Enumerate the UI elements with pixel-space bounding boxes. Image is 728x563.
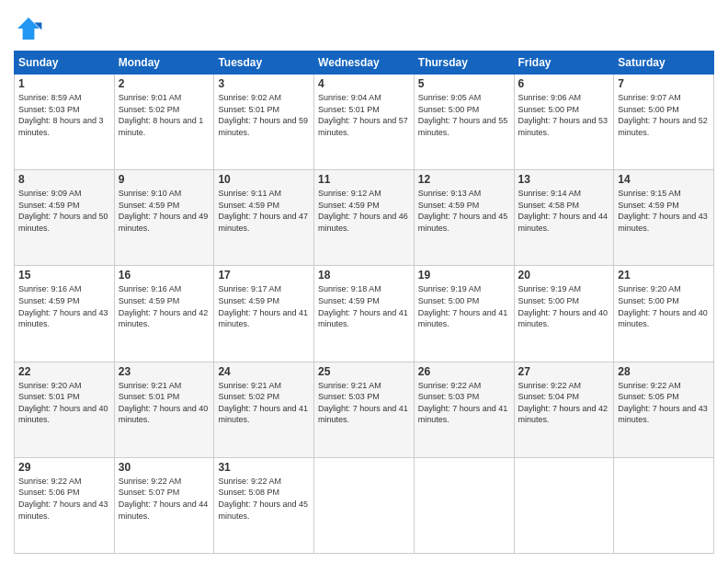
day-number: 22	[18, 365, 110, 378]
dow-header-sunday: Sunday	[15, 52, 115, 75]
day-number: 7	[618, 77, 710, 90]
calendar-cell: 16Sunrise: 9:16 AMSunset: 4:59 PMDayligh…	[114, 266, 214, 362]
cell-content: Sunrise: 9:06 AMSunset: 5:00 PMDaylight:…	[518, 92, 610, 138]
calendar-cell: 5Sunrise: 9:05 AMSunset: 5:00 PMDaylight…	[414, 75, 514, 170]
calendar-cell: 24Sunrise: 9:21 AMSunset: 5:02 PMDayligh…	[214, 362, 314, 457]
calendar-cell: 30Sunrise: 9:22 AMSunset: 5:07 PMDayligh…	[114, 457, 214, 553]
cell-content: Sunrise: 9:05 AMSunset: 5:00 PMDaylight:…	[418, 92, 510, 138]
day-number: 23	[119, 365, 210, 378]
calendar-cell: 20Sunrise: 9:19 AMSunset: 5:00 PMDayligh…	[514, 266, 614, 362]
calendar-cell: 9Sunrise: 9:10 AMSunset: 4:59 PMDaylight…	[114, 170, 214, 266]
day-number: 18	[318, 269, 410, 282]
calendar-cell: 14Sunrise: 9:15 AMSunset: 4:59 PMDayligh…	[614, 170, 714, 266]
cell-content: Sunrise: 9:22 AMSunset: 5:04 PMDaylight:…	[518, 380, 610, 426]
calendar-cell: 26Sunrise: 9:22 AMSunset: 5:03 PMDayligh…	[414, 362, 514, 457]
day-number: 16	[119, 269, 210, 282]
cell-content: Sunrise: 9:01 AMSunset: 5:02 PMDaylight:…	[119, 92, 210, 138]
cell-content: Sunrise: 9:19 AMSunset: 5:00 PMDaylight:…	[418, 283, 510, 329]
cell-content: Sunrise: 9:20 AMSunset: 5:00 PMDaylight:…	[618, 283, 710, 329]
cell-content: Sunrise: 9:22 AMSunset: 5:05 PMDaylight:…	[618, 380, 710, 426]
day-number: 28	[618, 365, 710, 378]
day-number: 3	[218, 77, 310, 90]
cell-content: Sunrise: 9:22 AMSunset: 5:06 PMDaylight:…	[18, 476, 110, 522]
dow-header-tuesday: Tuesday	[214, 52, 314, 75]
cell-content: Sunrise: 9:10 AMSunset: 4:59 PMDaylight:…	[119, 188, 210, 234]
calendar-cell: 6Sunrise: 9:06 AMSunset: 5:00 PMDaylight…	[514, 75, 614, 170]
day-number: 17	[218, 269, 310, 282]
calendar-cell: 4Sunrise: 9:04 AMSunset: 5:01 PMDaylight…	[314, 75, 415, 170]
calendar-cell: 2Sunrise: 9:01 AMSunset: 5:02 PMDaylight…	[114, 75, 214, 170]
day-number: 25	[318, 365, 410, 378]
cell-content: Sunrise: 9:04 AMSunset: 5:01 PMDaylight:…	[318, 92, 410, 138]
calendar-cell: 17Sunrise: 9:17 AMSunset: 4:59 PMDayligh…	[214, 266, 314, 362]
calendar-cell: 23Sunrise: 9:21 AMSunset: 5:01 PMDayligh…	[114, 362, 214, 457]
calendar-cell: 31Sunrise: 9:22 AMSunset: 5:08 PMDayligh…	[214, 457, 314, 553]
day-number: 13	[518, 173, 610, 186]
calendar-cell	[314, 457, 415, 553]
calendar-cell: 8Sunrise: 9:09 AMSunset: 4:59 PMDaylight…	[15, 170, 115, 266]
day-number: 11	[318, 173, 410, 186]
calendar-cell	[414, 457, 514, 553]
cell-content: Sunrise: 9:16 AMSunset: 4:59 PMDaylight:…	[18, 283, 110, 329]
calendar-cell: 10Sunrise: 9:11 AMSunset: 4:59 PMDayligh…	[214, 170, 314, 266]
calendar-table: SundayMondayTuesdayWednesdayThursdayFrid…	[14, 51, 714, 554]
calendar-cell: 3Sunrise: 9:02 AMSunset: 5:01 PMDaylight…	[214, 75, 314, 170]
cell-content: Sunrise: 9:02 AMSunset: 5:01 PMDaylight:…	[218, 92, 310, 138]
cell-content: Sunrise: 9:18 AMSunset: 4:59 PMDaylight:…	[318, 283, 410, 329]
day-number: 2	[119, 77, 210, 90]
cell-content: Sunrise: 9:22 AMSunset: 5:08 PMDaylight:…	[218, 476, 310, 522]
day-number: 4	[318, 77, 410, 90]
calendar-cell: 7Sunrise: 9:07 AMSunset: 5:00 PMDaylight…	[614, 75, 714, 170]
dow-header-thursday: Thursday	[414, 52, 514, 75]
logo	[14, 14, 47, 43]
day-number: 26	[418, 365, 510, 378]
dow-header-wednesday: Wednesday	[314, 52, 415, 75]
day-number: 21	[618, 269, 710, 282]
cell-content: Sunrise: 9:15 AMSunset: 4:59 PMDaylight:…	[618, 188, 710, 234]
cell-content: Sunrise: 9:16 AMSunset: 4:59 PMDaylight:…	[119, 283, 210, 329]
calendar-cell: 13Sunrise: 9:14 AMSunset: 4:58 PMDayligh…	[514, 170, 614, 266]
cell-content: Sunrise: 9:22 AMSunset: 5:07 PMDaylight:…	[119, 476, 210, 522]
cell-content: Sunrise: 9:12 AMSunset: 4:59 PMDaylight:…	[318, 188, 410, 234]
calendar-cell: 29Sunrise: 9:22 AMSunset: 5:06 PMDayligh…	[15, 457, 115, 553]
day-number: 12	[418, 173, 510, 186]
cell-content: Sunrise: 9:20 AMSunset: 5:01 PMDaylight:…	[18, 380, 110, 426]
cell-content: Sunrise: 9:17 AMSunset: 4:59 PMDaylight:…	[218, 283, 310, 329]
cell-content: Sunrise: 9:07 AMSunset: 5:00 PMDaylight:…	[618, 92, 710, 138]
day-number: 8	[18, 173, 110, 186]
header	[14, 14, 714, 43]
calendar-cell: 21Sunrise: 9:20 AMSunset: 5:00 PMDayligh…	[614, 266, 714, 362]
day-number: 27	[518, 365, 610, 378]
cell-content: Sunrise: 9:13 AMSunset: 4:59 PMDaylight:…	[418, 188, 510, 234]
cell-content: Sunrise: 9:11 AMSunset: 4:59 PMDaylight:…	[218, 188, 310, 234]
calendar-cell: 1Sunrise: 8:59 AMSunset: 5:03 PMDaylight…	[15, 75, 115, 170]
calendar-cell: 11Sunrise: 9:12 AMSunset: 4:59 PMDayligh…	[314, 170, 415, 266]
cell-content: Sunrise: 9:09 AMSunset: 4:59 PMDaylight:…	[18, 188, 110, 234]
day-number: 29	[18, 461, 110, 474]
cell-content: Sunrise: 8:59 AMSunset: 5:03 PMDaylight:…	[18, 92, 110, 138]
day-number: 15	[18, 269, 110, 282]
calendar-cell: 12Sunrise: 9:13 AMSunset: 4:59 PMDayligh…	[414, 170, 514, 266]
day-number: 30	[119, 461, 210, 474]
calendar-cell: 19Sunrise: 9:19 AMSunset: 5:00 PMDayligh…	[414, 266, 514, 362]
day-number: 5	[418, 77, 510, 90]
dow-header-friday: Friday	[514, 52, 614, 75]
day-number: 6	[518, 77, 610, 90]
calendar-cell: 22Sunrise: 9:20 AMSunset: 5:01 PMDayligh…	[15, 362, 115, 457]
calendar-cell	[514, 457, 614, 553]
cell-content: Sunrise: 9:21 AMSunset: 5:01 PMDaylight:…	[119, 380, 210, 426]
day-number: 9	[119, 173, 210, 186]
cell-content: Sunrise: 9:19 AMSunset: 5:00 PMDaylight:…	[518, 283, 610, 329]
day-number: 10	[218, 173, 310, 186]
logo-icon	[14, 14, 43, 43]
day-number: 20	[518, 269, 610, 282]
calendar-cell: 28Sunrise: 9:22 AMSunset: 5:05 PMDayligh…	[614, 362, 714, 457]
dow-header-monday: Monday	[114, 52, 214, 75]
cell-content: Sunrise: 9:22 AMSunset: 5:03 PMDaylight:…	[418, 380, 510, 426]
calendar-cell	[614, 457, 714, 553]
cell-content: Sunrise: 9:14 AMSunset: 4:58 PMDaylight:…	[518, 188, 610, 234]
calendar-cell: 15Sunrise: 9:16 AMSunset: 4:59 PMDayligh…	[15, 266, 115, 362]
day-number: 24	[218, 365, 310, 378]
calendar-cell: 18Sunrise: 9:18 AMSunset: 4:59 PMDayligh…	[314, 266, 415, 362]
page: SundayMondayTuesdayWednesdayThursdayFrid…	[0, 0, 728, 563]
